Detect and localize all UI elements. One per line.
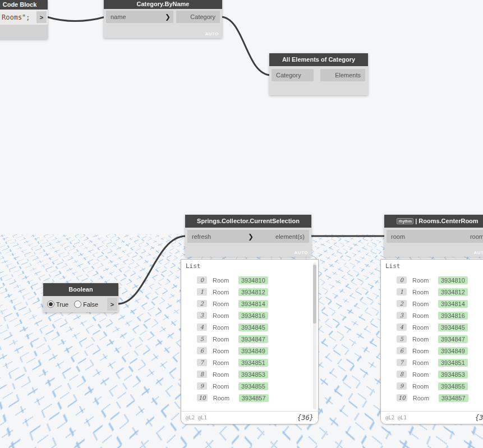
row-element-id: 3934855 <box>238 382 268 390</box>
output-port[interactable]: > <box>36 11 47 23</box>
list-item: 4 Room 3934845 <box>181 321 318 333</box>
row-element-id: 3934855 <box>438 382 468 390</box>
node-boolean[interactable]: Boolean True False > <box>43 283 118 312</box>
row-index: 7 <box>197 359 207 366</box>
node-all-elements-of-category[interactable]: All Elements of Category Category Elemen… <box>269 53 368 95</box>
list-item: 7 Room 3934851 <box>181 357 318 368</box>
default-value-chevron-icon[interactable]: ❯ <box>165 13 171 20</box>
radio-true[interactable] <box>47 301 54 308</box>
preview-rows: 0 Room 3934810 1 Room 3934812 2 Room 393… <box>381 274 483 404</box>
list-item: 9 Room 3934855 <box>381 380 483 392</box>
list-item: 1 Room 3934812 <box>381 286 483 298</box>
node-header[interactable]: Springs.Collector.CurrentSelection <box>185 215 311 228</box>
preview-bubble-springs[interactable]: List 0 Room 3934810 1 Room 3934812 2 Roo… <box>181 259 319 424</box>
list-item: 7 Room 3934851 <box>381 357 483 368</box>
wire-codeblock-to-categorybyname[interactable] <box>47 17 105 21</box>
node-header[interactable]: Code Block <box>0 0 48 10</box>
output-port[interactable]: > <box>107 298 117 311</box>
row-element-id: 3934851 <box>238 359 268 367</box>
row-element-id: 3934857 <box>239 394 269 402</box>
lacing-indicator: AUTO <box>473 250 483 255</box>
row-type: Room <box>213 277 233 284</box>
row-index: 5 <box>197 335 207 343</box>
radio-false-label[interactable]: False <box>83 301 98 308</box>
row-index: 10 <box>397 394 407 401</box>
row-type: Room <box>412 289 433 295</box>
node-title: | Rooms.CenterRoom <box>415 218 478 224</box>
row-index: 1 <box>397 288 407 295</box>
list-header: List <box>385 262 401 270</box>
output-port-label: Elements <box>335 72 361 78</box>
radio-false[interactable] <box>74 301 81 308</box>
input-port-name[interactable]: name ❯ <box>106 11 173 23</box>
list-item: 8 Room 3934853 <box>381 368 483 380</box>
output-port-category[interactable]: Category <box>176 11 220 23</box>
row-element-id: 3934853 <box>438 371 468 378</box>
row-element-id: 3934816 <box>238 312 268 320</box>
node-code-block[interactable]: Code Block Rooms"; > <box>0 0 48 39</box>
row-type: Room <box>412 301 433 307</box>
row-element-id: 3934849 <box>238 347 268 355</box>
row-type: Room <box>412 383 433 390</box>
list-header: List <box>186 262 201 270</box>
code-block-body-spacer <box>0 25 48 39</box>
input-port-label: Category <box>276 72 301 78</box>
row-element-id: 3934847 <box>438 335 468 343</box>
list-count: {36} <box>297 414 314 422</box>
row-element-id: 3934847 <box>238 335 268 343</box>
preview-bubble-centerroom[interactable]: List 0 Room 3934810 1 Room 3934812 2 Roo… <box>380 259 483 424</box>
output-port-elements[interactable]: Elements <box>320 69 365 81</box>
row-type: Room <box>412 359 433 366</box>
node-category-byname[interactable]: Category.ByName name ❯ Category AUTO <box>104 0 222 38</box>
list-item: 6 Room 3934849 <box>381 345 483 357</box>
node-header[interactable]: Boolean <box>43 283 118 296</box>
row-index: 9 <box>397 382 407 390</box>
list-item: 9 Room 3934855 <box>181 380 318 392</box>
list-item: 8 Room 3934853 <box>181 368 318 380</box>
row-element-id: 3934816 <box>438 312 468 320</box>
code-block-code[interactable]: Rooms"; <box>0 13 30 21</box>
row-index: 2 <box>397 300 407 307</box>
wire-categorybyname-to-allelements[interactable] <box>220 17 271 75</box>
lacing-indicator: AUTO <box>205 31 219 36</box>
row-type: Room <box>412 277 433 284</box>
default-value-chevron-icon[interactable]: ❯ <box>248 233 254 240</box>
input-port-refresh[interactable]: refresh ❯ <box>187 230 256 243</box>
list-item: 3 Room 3934816 <box>381 310 483 321</box>
output-port-room[interactable]: room <box>440 230 483 243</box>
row-type: Room <box>213 312 233 319</box>
row-type: Room <box>413 395 433 401</box>
row-element-id: 3934857 <box>439 394 468 402</box>
node-header[interactable]: rhythm| Rooms.CenterRoom <box>384 215 483 228</box>
list-levels: @L2 @L1 <box>385 415 407 421</box>
list-item: 6 Room 3934849 <box>181 345 318 357</box>
row-index: 4 <box>397 324 407 331</box>
code-block-line[interactable]: Rooms"; > <box>0 10 48 25</box>
radio-true-label[interactable]: True <box>56 301 68 308</box>
list-item: 5 Room 3934847 <box>181 333 318 345</box>
input-port-label: refresh <box>192 233 211 240</box>
output-port-elements[interactable]: element(s) <box>254 230 309 243</box>
preview-scrollbar[interactable] <box>313 262 316 409</box>
node-header[interactable]: Category.ByName <box>104 0 222 9</box>
row-type: Room <box>412 348 433 354</box>
row-type: Room <box>412 371 433 378</box>
output-port-label: room <box>470 233 483 240</box>
row-index: 1 <box>197 288 207 295</box>
row-element-id: 3934849 <box>438 347 468 355</box>
row-type: Room <box>213 324 233 331</box>
preview-rows: 0 Room 3934810 1 Room 3934812 2 Room 393… <box>181 274 318 404</box>
row-element-id: 3934853 <box>238 371 268 378</box>
row-element-id: 3934812 <box>238 288 268 296</box>
node-rooms-centerroom[interactable]: rhythm| Rooms.CenterRoom room ❯ room AUT… <box>384 215 483 257</box>
preview-scrollbar-thumb[interactable] <box>313 265 316 324</box>
row-element-id: 3934810 <box>238 276 268 284</box>
node-header[interactable]: All Elements of Category <box>269 53 368 66</box>
dynamo-canvas[interactable]: { "canvas": {"background_color": "#f5f6f… <box>0 0 483 448</box>
row-element-id: 3934814 <box>438 300 468 308</box>
input-port-category[interactable]: Category <box>272 69 314 81</box>
list-item: 2 Room 3934814 <box>381 298 483 310</box>
node-springs-collector-currentselection[interactable]: Springs.Collector.CurrentSelection refre… <box>185 215 311 257</box>
list-item: 0 Room 3934810 <box>381 274 483 286</box>
package-badge: rhythm <box>397 218 413 224</box>
